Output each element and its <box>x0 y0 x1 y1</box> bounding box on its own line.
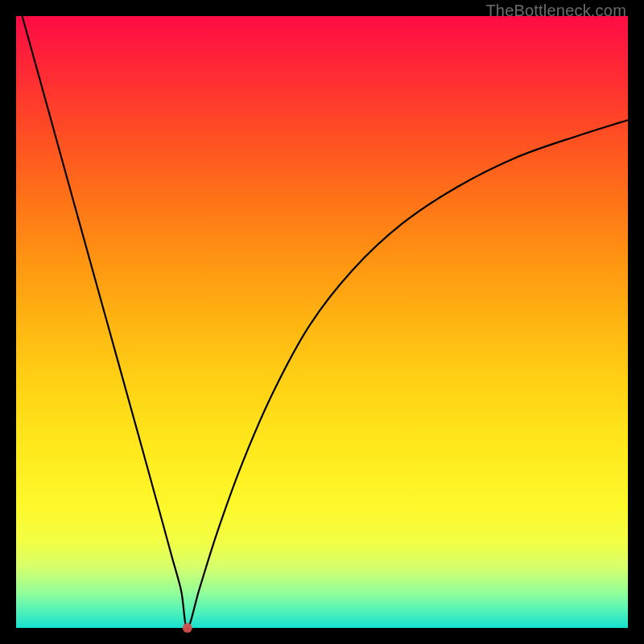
bottleneck-curve <box>23 16 628 628</box>
chart-svg <box>16 16 628 628</box>
watermark-text: TheBottleneck.com <box>485 2 626 20</box>
chart-frame: TheBottleneck.com <box>0 0 644 644</box>
minimum-marker <box>183 623 192 633</box>
